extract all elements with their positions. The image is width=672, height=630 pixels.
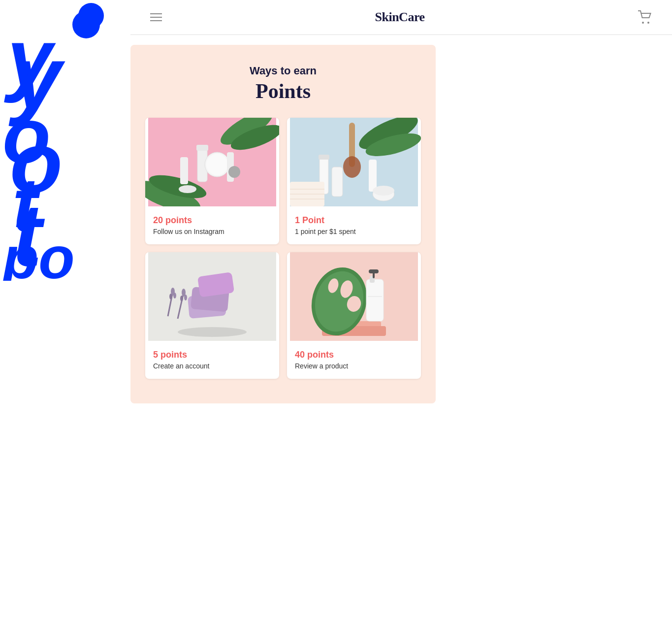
svg-rect-60 xyxy=(366,279,384,321)
svg-text:po: po xyxy=(1,225,75,281)
card-points-instagram: 20 points xyxy=(153,215,271,226)
svg-point-9 xyxy=(642,22,644,24)
svg-point-49 xyxy=(180,296,183,301)
card-content-instagram: 20 points Follow us on Instagram xyxy=(145,208,279,244)
svg-rect-31 xyxy=(332,167,343,197)
svg-point-4 xyxy=(78,3,104,29)
earn-card-instagram[interactable]: 20 points Follow us on Instagram xyxy=(145,118,279,244)
svg-rect-32 xyxy=(369,160,377,192)
svg-rect-63 xyxy=(373,269,375,278)
store-name: SkinCare xyxy=(375,10,425,25)
hamburger-menu[interactable] xyxy=(150,13,162,21)
svg-point-51 xyxy=(178,327,247,337)
svg-text:y: y xyxy=(4,13,56,103)
svg-point-22 xyxy=(179,185,196,193)
card-points-review: 40 points xyxy=(295,350,413,360)
section-title: Points xyxy=(145,79,421,103)
card-points-spend: 1 Point xyxy=(295,215,413,226)
svg-point-46 xyxy=(173,293,176,298)
svg-point-45 xyxy=(169,294,172,299)
svg-rect-30 xyxy=(319,155,329,160)
earn-card-account[interactable]: 5 points Create an account xyxy=(145,252,279,379)
svg-rect-17 xyxy=(196,145,208,151)
card-content-review: 40 points Review a product xyxy=(287,343,421,379)
svg-point-19 xyxy=(206,154,228,175)
loyalty-section: Ways to earn Points xyxy=(130,45,436,403)
cart-icon[interactable] xyxy=(638,10,652,24)
card-content-account: 5 points Create an account xyxy=(145,343,279,379)
yotpo-brand-logo: .logo-text { font-family: 'Arial Black',… xyxy=(0,0,113,281)
card-desc-spend: 1 point per $1 spent xyxy=(295,228,413,235)
earn-card-spend[interactable]: 1 Point 1 point per $1 spent xyxy=(287,118,421,244)
svg-point-23 xyxy=(228,166,240,178)
header: SkinCare xyxy=(130,0,672,35)
earn-card-review[interactable]: 40 points Review a product xyxy=(287,252,421,379)
svg-point-26 xyxy=(343,156,361,178)
main-content: SkinCare Ways to earn Points xyxy=(130,0,672,403)
section-header: Ways to earn Points xyxy=(145,65,421,103)
svg-point-50 xyxy=(184,295,187,300)
card-points-account: 5 points xyxy=(153,350,271,360)
svg-point-34 xyxy=(373,186,394,196)
card-desc-instagram: Follow us on Instagram xyxy=(153,228,271,235)
card-desc-account: Create an account xyxy=(153,362,271,370)
card-content-spend: 1 Point 1 point per $1 spent xyxy=(287,208,421,244)
card-desc-review: Review a product xyxy=(295,362,413,370)
earn-cards-grid: 20 points Follow us on Instagram xyxy=(145,118,421,379)
section-subtitle: Ways to earn xyxy=(145,65,421,77)
svg-rect-20 xyxy=(180,157,188,184)
svg-point-10 xyxy=(647,22,649,24)
